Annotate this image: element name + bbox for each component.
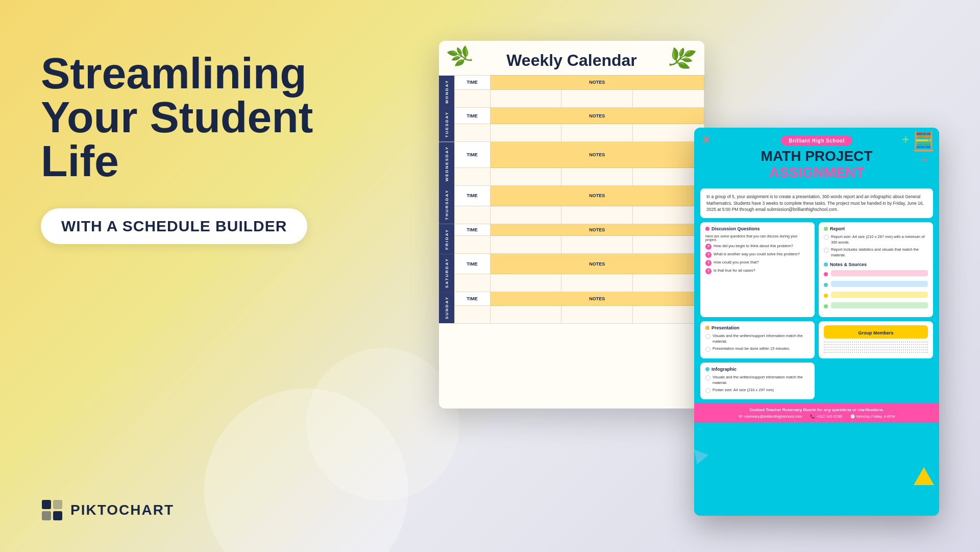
- notes-header-wed: NOTES: [490, 142, 704, 167]
- day-saturday: SATURDAY: [439, 254, 454, 292]
- footer-hours: 🕐 Monday-Friday, 4-6PM: [850, 414, 895, 419]
- logo: PIKTOCHART: [41, 499, 174, 521]
- svg-rect-3: [53, 511, 62, 520]
- report-item1: Report size: A4 size (210 x 297 mm) with…: [824, 234, 928, 245]
- footer-contacts: ✉ rosemary@brillianthighschool.com 📞 +01…: [700, 414, 933, 419]
- cal-row-friday-empty: [439, 236, 704, 254]
- svg-rect-2: [53, 500, 62, 509]
- math-project-doc: ✕ ＋ － 🧮 Brilliant High School MATH PROJE…: [694, 128, 939, 516]
- right-content: 🌿 Weekly Calendar 🌿 MONDAY TIME NOTES TU…: [439, 26, 939, 526]
- calculator-icon: 🧮: [912, 131, 935, 152]
- notes-header-thu: NOTES: [490, 185, 704, 206]
- day-monday: MONDAY: [439, 76, 454, 108]
- day-friday: FRIDAY: [439, 224, 454, 254]
- math-title-sub: ASSIGNMENT: [704, 164, 929, 181]
- notes-header-sun: NOTES: [490, 292, 704, 305]
- grid-spacer: [819, 363, 933, 399]
- report-dot: [824, 227, 828, 231]
- infographic-title: Infographic: [705, 367, 810, 372]
- presentation-dot: [705, 326, 709, 330]
- time-header-tue: TIME: [454, 107, 490, 124]
- math-project-header: ✕ ＋ － 🧮 Brilliant High School MATH PROJE…: [694, 128, 939, 188]
- cal-row-sunday-empty: [439, 305, 704, 323]
- notes-header-mon: NOTES: [490, 76, 704, 90]
- presentation-item2: Presentation must be done within 15 minu…: [705, 346, 810, 352]
- group-members-title-box: Group Members: [824, 325, 928, 339]
- day-sunday: SUNDAY: [439, 292, 454, 323]
- cal-row-thursday-empty: [439, 206, 704, 224]
- infographic-item2: Poster size: A4 size (210 x 297 mm): [705, 388, 810, 393]
- discussion-dot: [705, 227, 709, 231]
- triangle-deco-blue: [694, 450, 708, 467]
- group-members-section: Group Members: [819, 321, 933, 358]
- day-thursday: THURSDAY: [439, 185, 454, 224]
- discussion-title: Discussion Questions: [705, 226, 810, 231]
- svg-rect-1: [42, 511, 51, 520]
- infographic-section: Infographic Visuals and the written/supp…: [700, 363, 815, 399]
- left-content: Streamlining Your Student Life WITH A SC…: [41, 51, 373, 244]
- cal-row-wednesday: WEDNESDAY TIME NOTES: [439, 142, 704, 167]
- presentation-item1: Visuals and the written/support informat…: [705, 333, 810, 344]
- cal-row-thursday: THURSDAY TIME NOTES: [439, 185, 704, 206]
- notes-row-1: [824, 270, 928, 278]
- bg-circle-2: [306, 348, 459, 501]
- infographic-dot: [705, 367, 709, 371]
- report-item2: Report includes statistics and visuals t…: [824, 247, 928, 258]
- presentation-title: Presentation: [705, 325, 810, 330]
- weekly-calendar-doc: 🌿 Weekly Calendar 🌿 MONDAY TIME NOTES TU…: [439, 41, 704, 409]
- cal-row-wednesday-empty: [439, 167, 704, 185]
- time-header-fri: TIME: [454, 224, 490, 236]
- main-title: Streamlining Your Student Life: [41, 51, 373, 183]
- discussion-section: Discussion Questions Here are some quest…: [700, 222, 815, 317]
- notes-row-3: [824, 292, 928, 300]
- notes-header-sat: NOTES: [490, 254, 704, 274]
- infographic-item1: Visuals and the written/support informat…: [705, 375, 810, 386]
- time-header-mon: TIME: [454, 76, 490, 90]
- cal-title: Weekly Calendar: [449, 51, 694, 70]
- cal-row-saturday: SATURDAY TIME NOTES: [439, 254, 704, 274]
- cal-row-tuesday: TUESDAY TIME NOTES: [439, 107, 704, 124]
- day-tuesday: TUESDAY: [439, 107, 454, 142]
- notes-header-tue: NOTES: [490, 107, 704, 124]
- notes-row-4: [824, 302, 928, 310]
- discussion-q3: ? How could you prove that?: [705, 260, 810, 266]
- notes-dot-title: [824, 262, 828, 267]
- cal-row-monday: MONDAY TIME NOTES: [439, 76, 704, 90]
- deco-minus: －: [919, 152, 930, 167]
- cal-row-friday: FRIDAY TIME NOTES: [439, 224, 704, 236]
- logo-text: PIKTOCHART: [70, 502, 174, 518]
- time-header-thu: TIME: [454, 185, 490, 206]
- footer-email: ✉ rosemary@brillianthighschool.com: [739, 414, 802, 419]
- notes-header-fri: NOTES: [490, 224, 704, 236]
- report-section: Report Report size: A4 size (210 x 297 m…: [819, 222, 933, 317]
- report-title: Report: [824, 226, 928, 231]
- math-description: In a group of 5, your assignment is to c…: [700, 188, 933, 218]
- piktochart-logo-icon: [41, 499, 63, 521]
- cal-table: MONDAY TIME NOTES TUESDAY TIME NOTES: [439, 75, 704, 324]
- deco-plus: ＋: [900, 132, 911, 147]
- math-body: Discussion Questions Here are some quest…: [694, 222, 939, 399]
- day-wednesday: WEDNESDAY: [439, 142, 454, 185]
- math-title-main: MATH PROJECT: [704, 149, 929, 164]
- cal-header: 🌿 Weekly Calendar 🌿: [439, 41, 704, 75]
- notes-sources-subsection: Notes & Sources: [824, 262, 928, 310]
- cal-row-monday-empty: [439, 89, 704, 107]
- time-header-sun: TIME: [454, 292, 490, 305]
- deco-x: ✕: [702, 134, 710, 146]
- math-footer: Contact Teacher Rosemary Duarte for any …: [694, 403, 939, 423]
- triangle-deco-yellow: [914, 467, 934, 485]
- notes-title: Notes & Sources: [824, 262, 928, 267]
- discussion-q2: ? What is another way you could solve th…: [705, 252, 810, 258]
- school-badge: Brilliant High School: [781, 136, 853, 146]
- footer-contact-text: Contact Teacher Rosemary Duarte for any …: [700, 407, 933, 412]
- cal-row-tuesday-empty: [439, 124, 704, 142]
- cal-row-sunday: SUNDAY TIME NOTES: [439, 292, 704, 305]
- presentation-section: Presentation Visuals and the written/sup…: [700, 321, 815, 358]
- notes-row-2: [824, 281, 928, 289]
- cal-row-saturday-empty: [439, 274, 704, 292]
- subtitle-badge: WITH A SCHEDULE BUILDER: [41, 208, 307, 244]
- discussion-intro: Here are some questions that you can dis…: [705, 234, 810, 242]
- svg-rect-0: [42, 500, 51, 509]
- discussion-q1: ? How did you begin to think about this …: [705, 244, 810, 250]
- time-header-sat: TIME: [454, 254, 490, 274]
